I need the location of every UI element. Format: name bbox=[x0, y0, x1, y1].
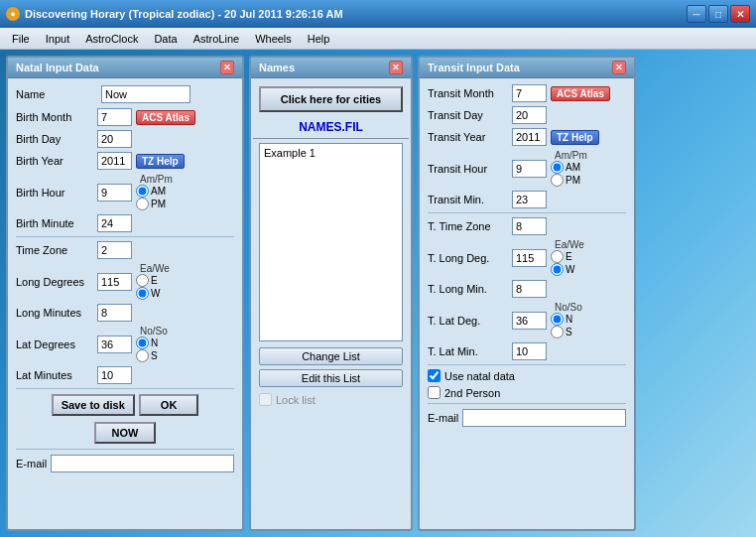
e-radio[interactable] bbox=[136, 274, 149, 287]
transit-day-input[interactable] bbox=[512, 106, 547, 124]
s-radio[interactable] bbox=[136, 349, 149, 362]
email-input[interactable] bbox=[51, 455, 234, 472]
transit-email-input[interactable] bbox=[462, 409, 626, 427]
window-controls: ─ □ ✕ bbox=[687, 5, 750, 23]
menu-input[interactable]: Input bbox=[38, 31, 77, 47]
transit-w-radio-label[interactable]: W bbox=[551, 263, 584, 276]
tz-help-button[interactable]: TZ Help bbox=[136, 154, 185, 169]
transit-tz-help-button[interactable]: TZ Help bbox=[551, 130, 599, 145]
am-radio-label[interactable]: AM bbox=[136, 185, 173, 198]
list-item[interactable]: Example 1 bbox=[262, 146, 400, 160]
divider-3 bbox=[16, 449, 234, 450]
menu-file[interactable]: File bbox=[4, 31, 38, 47]
names-file-heading: NAMES.FIL bbox=[253, 116, 409, 139]
title-bar: ● Discovering Horary (Tropical zodiac) -… bbox=[0, 0, 756, 28]
menu-bar: File Input AstroClock Data AstroLine Whe… bbox=[0, 28, 756, 50]
birth-day-input[interactable] bbox=[97, 130, 132, 148]
ok-button[interactable]: OK bbox=[139, 394, 199, 416]
now-button[interactable]: NOW bbox=[94, 422, 157, 444]
menu-astroclock[interactable]: AstroClock bbox=[77, 31, 146, 47]
close-button[interactable]: ✕ bbox=[730, 5, 750, 23]
timezone-input[interactable] bbox=[97, 241, 132, 259]
transit-divider-1 bbox=[428, 212, 626, 213]
edit-list-button[interactable]: Edit this List bbox=[259, 369, 403, 387]
long-min-input[interactable] bbox=[97, 304, 132, 322]
transit-w-radio[interactable] bbox=[551, 263, 564, 276]
transit-min-input[interactable] bbox=[512, 191, 547, 208]
transit-e-radio[interactable] bbox=[551, 250, 564, 263]
w-radio-label[interactable]: W bbox=[136, 287, 170, 300]
transit-email-row: E-mail bbox=[422, 406, 632, 430]
transit-month-row: Transit Month ACS Atlas bbox=[422, 82, 632, 104]
lock-row: Lock list bbox=[253, 391, 409, 408]
lat-deg-input[interactable] bbox=[97, 336, 132, 353]
transit-lat-min-input[interactable] bbox=[512, 342, 547, 360]
transit-year-input[interactable] bbox=[512, 128, 547, 146]
maximize-button[interactable]: □ bbox=[708, 5, 728, 23]
transit-am-radio[interactable] bbox=[551, 161, 564, 174]
app-icon: ● bbox=[6, 7, 20, 21]
transit-e-radio-label[interactable]: E bbox=[551, 250, 584, 263]
transit-acs-atlas-button[interactable]: ACS Atlas bbox=[551, 86, 610, 101]
lock-checkbox[interactable] bbox=[259, 393, 272, 406]
long-min-label: Long Minutes bbox=[16, 307, 97, 319]
change-list-button[interactable]: Change List bbox=[259, 347, 403, 365]
am-radio[interactable] bbox=[136, 185, 149, 198]
n-radio[interactable] bbox=[136, 336, 149, 349]
transit-s-radio-label[interactable]: S bbox=[551, 326, 582, 338]
transit-lat-deg-input[interactable] bbox=[512, 312, 547, 330]
ampm-group: Am/Pm AM PM bbox=[136, 174, 173, 210]
transit-tz-input[interactable] bbox=[512, 217, 547, 235]
transit-long-min-input[interactable] bbox=[512, 280, 547, 298]
birth-month-input[interactable] bbox=[97, 108, 132, 126]
transit-am-radio-label[interactable]: AM bbox=[551, 161, 587, 174]
transit-pm-radio[interactable] bbox=[551, 174, 564, 187]
minimize-button[interactable]: ─ bbox=[687, 5, 706, 23]
s-radio-label[interactable]: S bbox=[136, 349, 168, 362]
second-person-checkbox[interactable] bbox=[428, 386, 441, 399]
transit-n-radio-label[interactable]: N bbox=[551, 313, 582, 326]
transit-hour-row: Transit Hour Am/Pm AM PM bbox=[422, 148, 632, 189]
menu-wheels[interactable]: Wheels bbox=[247, 31, 300, 47]
ampm-label: Am/Pm bbox=[140, 174, 173, 185]
pm-radio[interactable] bbox=[136, 198, 149, 210]
birth-minute-input[interactable] bbox=[97, 214, 132, 232]
birth-hour-input[interactable] bbox=[97, 184, 132, 201]
now-row: NOW bbox=[10, 419, 240, 447]
transit-long-deg-input[interactable] bbox=[512, 249, 547, 267]
save-to-disk-button[interactable]: Save to disk bbox=[52, 394, 135, 416]
n-radio-label[interactable]: N bbox=[136, 336, 168, 349]
long-deg-input[interactable] bbox=[97, 273, 132, 291]
names-panel-close[interactable]: ✕ bbox=[389, 61, 403, 74]
transit-month-input[interactable] bbox=[512, 84, 547, 102]
second-person-row: 2nd Person bbox=[422, 384, 632, 401]
w-radio[interactable] bbox=[136, 287, 149, 300]
second-person-label: 2nd Person bbox=[444, 387, 500, 399]
acs-atlas-button[interactable]: ACS Atlas bbox=[136, 110, 195, 125]
menu-help[interactable]: Help bbox=[300, 31, 338, 47]
transit-lat-min-row: T. Lat Min. bbox=[422, 340, 632, 362]
use-natal-checkbox[interactable] bbox=[428, 369, 441, 382]
click-here-for-cities-button[interactable]: Click here for cities bbox=[259, 86, 403, 112]
transit-panel-close[interactable]: ✕ bbox=[612, 61, 626, 74]
names-list[interactable]: Example 1 bbox=[259, 143, 403, 341]
email-label: E-mail bbox=[16, 458, 47, 470]
birth-hour-row: Birth Hour Am/Pm AM PM bbox=[10, 172, 240, 212]
names-panel: Names ✕ Click here for cities NAMES.FIL … bbox=[249, 56, 413, 531]
name-input[interactable] bbox=[101, 85, 190, 103]
pm-radio-label[interactable]: PM bbox=[136, 198, 173, 210]
lat-min-input[interactable] bbox=[97, 366, 132, 384]
transit-hour-input[interactable] bbox=[512, 160, 547, 178]
timezone-row: Time Zone bbox=[10, 239, 240, 261]
menu-astroline[interactable]: AstroLine bbox=[186, 31, 247, 47]
menu-data[interactable]: Data bbox=[146, 31, 185, 47]
transit-s-radio[interactable] bbox=[551, 326, 564, 338]
birth-year-input[interactable] bbox=[97, 152, 132, 170]
birth-day-label: Birth Day bbox=[16, 133, 97, 145]
transit-n-radio[interactable] bbox=[551, 313, 564, 326]
e-radio-label[interactable]: E bbox=[136, 274, 170, 287]
transit-pm-radio-label[interactable]: PM bbox=[551, 174, 587, 187]
transit-noso-group: No/So N S bbox=[551, 302, 582, 338]
name-label: Name bbox=[16, 88, 97, 100]
natal-panel-close[interactable]: ✕ bbox=[220, 61, 234, 74]
